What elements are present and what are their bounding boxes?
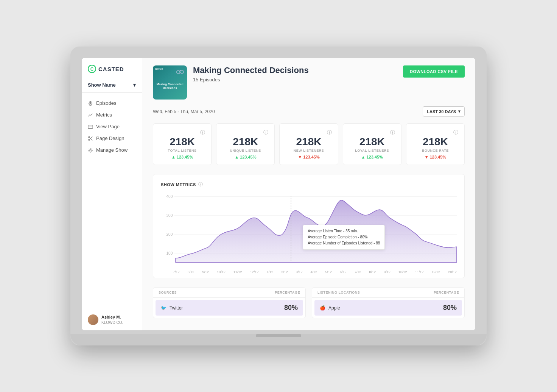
date-filter-dropdown[interactable]: LAST 30 DAYS ▾: [423, 106, 465, 117]
main-content: Klowd 🔗 Making Connected Decisions Makin…: [142, 58, 475, 330]
sidebar-item-page-design-label: Page Design: [96, 135, 124, 141]
cover-chain-icon: 🔗: [175, 67, 185, 78]
chart-icon: [88, 112, 93, 118]
svg-rect-3: [88, 125, 93, 128]
stat-card-loyal-listeners: ⓘ 218K LOYAL LISTENERS ▲ 123.45%: [343, 123, 401, 165]
avatar: [88, 314, 98, 325]
cover-brand-label: Klowd: [155, 68, 163, 70]
show-name-label: Show Name: [88, 82, 116, 88]
info-icon: ⓘ: [390, 129, 395, 136]
header-row: Klowd 🔗 Making Connected Decisions Makin…: [153, 65, 465, 100]
stat-value: 218K: [412, 136, 458, 148]
svg-point-9: [90, 149, 91, 151]
podcast-title: Making Connected Decisions: [193, 65, 309, 75]
chart-svg: 400 300 200 100: [161, 193, 457, 269]
stat-change: ▲ 123.45%: [222, 155, 268, 159]
casted-logo-icon: C: [88, 65, 96, 73]
chart-title: SHOW METRICS: [161, 182, 196, 187]
info-icon: ⓘ: [263, 129, 268, 136]
locations-pct-header: PERCENTAGE: [429, 291, 459, 294]
mic-icon: [88, 101, 93, 106]
svg-rect-2: [89, 101, 91, 104]
user-info: Ashley M. KLOWD CO.: [101, 314, 123, 325]
info-icon: ⓘ: [327, 129, 332, 136]
stat-card-new-listeners: ⓘ 218K NEW LISTENERS ▼ 123.45%: [279, 123, 338, 165]
sidebar-item-page-design[interactable]: Page Design: [82, 132, 142, 144]
scissors-icon: [88, 136, 93, 141]
podcast-cover: Klowd 🔗 Making Connected Decisions: [153, 65, 187, 100]
info-icon: ⓘ: [200, 129, 205, 136]
stat-value: 218K: [349, 136, 395, 148]
sidebar-item-metrics[interactable]: Metrics: [82, 109, 142, 121]
user-name: Ashley M.: [101, 314, 123, 320]
browser-icon: [88, 124, 93, 129]
user-company: KLOWD CO.: [101, 320, 123, 325]
download-csv-button[interactable]: DOWNLOAD CSV FILE: [403, 65, 465, 78]
sidebar-item-manage-show[interactable]: Manage Show: [82, 144, 142, 156]
stat-label: BOUNCE RATE: [412, 149, 458, 152]
stat-card-bounce-rate: ⓘ 218K BOUNCE RATE ▼ 123.45%: [406, 123, 465, 165]
locations-table: LISTENING LOCATIONS PERCENTAGE 🍎 Apple 8…: [312, 287, 465, 318]
stat-change: ▲ 123.45%: [159, 155, 205, 159]
date-range-label: Wed, Feb 5 - Thu, Mar 5, 2020: [153, 109, 215, 114]
svg-text:200: 200: [166, 232, 173, 236]
locations-row-name: Apple: [328, 305, 340, 311]
apple-icon: 🍎: [320, 305, 325, 311]
chart-container: 400 300 200 100: [161, 193, 457, 269]
sidebar: C CASTED Show Name ▾ Episodes: [82, 58, 142, 330]
sidebar-item-manage-show-label: Manage Show: [96, 147, 128, 153]
locations-row-label: 🍎 Apple: [320, 305, 443, 311]
date-filter-row: Wed, Feb 5 - Thu, Mar 5, 2020 LAST 30 DA…: [153, 106, 465, 117]
cover-title-text: Making Connected Decisions: [153, 80, 187, 93]
chevron-down-icon: ▾: [133, 82, 136, 88]
sources-row-pct: 80%: [284, 304, 298, 312]
locations-row: 🍎 Apple 80%: [314, 300, 462, 316]
chevron-down-icon: ▾: [458, 109, 461, 114]
date-filter-selected: LAST 30 DAYS: [427, 109, 456, 114]
stat-label: NEW LISTENERS: [286, 149, 331, 152]
chart-title-row: SHOW METRICS ⓘ: [161, 181, 457, 188]
svg-text:100: 100: [166, 251, 173, 255]
show-name-dropdown[interactable]: Show Name ▾: [82, 79, 142, 93]
twitter-icon: 🐦: [161, 305, 166, 311]
stat-value: 218K: [286, 136, 331, 148]
sidebar-item-episodes-label: Episodes: [96, 100, 116, 106]
stat-change: ▼ 123.45%: [286, 155, 331, 159]
podcast-details: Making Connected Decisions 15 Episodes: [193, 65, 309, 82]
sources-row: 🐦 Twitter 80%: [156, 300, 303, 316]
stat-label: TOTAL LISTENS: [159, 149, 205, 152]
stat-card-total-listens: ⓘ 218K TOTAL LISTENS ▲ 123.45%: [153, 123, 212, 165]
sidebar-item-view-page[interactable]: View Page: [82, 121, 142, 132]
gear-icon: [88, 148, 93, 153]
sidebar-nav: Episodes Metrics View Page: [82, 93, 142, 160]
sources-col-header: SOURCES: [159, 291, 270, 294]
stat-label: UNIQUE LISTENS: [222, 149, 268, 152]
x-axis: 7/12 8/12 9/12 10/12 11/12 12/12 1/12 2/…: [161, 269, 457, 274]
svg-text:C: C: [90, 67, 94, 72]
stat-label: LOYAL LISTENERS: [349, 149, 395, 152]
sources-row-label: 🐦 Twitter: [161, 305, 284, 311]
podcast-info: Klowd 🔗 Making Connected Decisions Makin…: [153, 65, 309, 100]
chart-section: SHOW METRICS ⓘ 400 300 200 100: [153, 174, 465, 278]
sidebar-footer: Ashley M. KLOWD CO.: [82, 309, 142, 330]
locations-header: LISTENING LOCATIONS PERCENTAGE: [312, 288, 464, 298]
info-icon: ⓘ: [453, 129, 458, 136]
sources-pct-header: PERCENTAGE: [270, 291, 300, 294]
sidebar-item-episodes[interactable]: Episodes: [82, 97, 142, 109]
logo-text: CASTED: [98, 66, 124, 72]
stat-change: ▲ 123.45%: [349, 155, 395, 159]
locations-row-pct: 80%: [443, 304, 457, 312]
svg-text:300: 300: [166, 213, 173, 218]
stat-change: ▼ 123.45%: [412, 155, 458, 159]
sources-header: SOURCES PERCENTAGE: [153, 288, 305, 298]
sidebar-item-view-page-label: View Page: [96, 124, 120, 129]
sources-row-name: Twitter: [170, 305, 183, 311]
stat-value: 218K: [159, 136, 205, 148]
stats-row: ⓘ 218K TOTAL LISTENS ▲ 123.45% ⓘ 218K UN…: [153, 123, 465, 165]
svg-text:400: 400: [166, 194, 173, 199]
stat-card-unique-listens: ⓘ 218K UNIQUE LISTENS ▲ 123.45%: [216, 123, 275, 165]
bottom-section: SOURCES PERCENTAGE 🐦 Twitter 80%: [153, 287, 465, 318]
chart-info-icon: ⓘ: [198, 181, 203, 188]
logo-area: C CASTED: [82, 58, 142, 79]
podcast-episodes: 15 Episodes: [193, 77, 309, 82]
